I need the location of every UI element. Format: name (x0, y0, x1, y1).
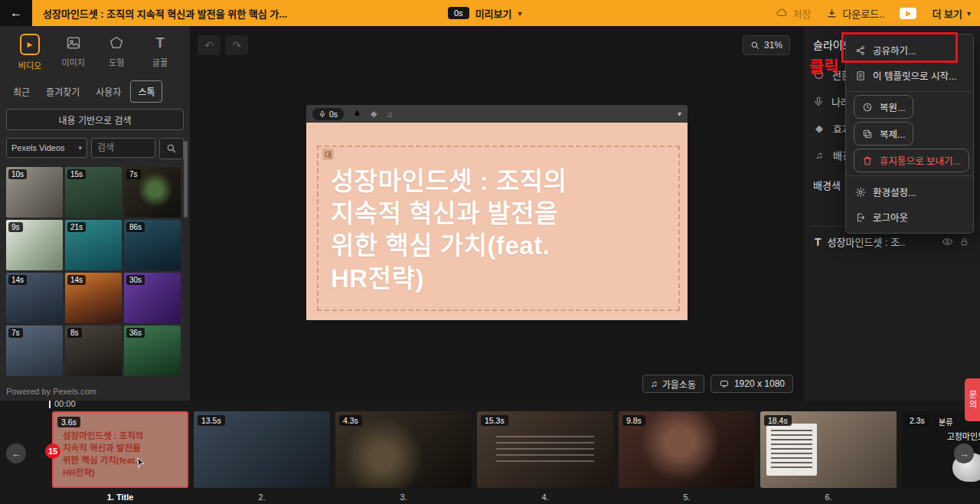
more-menu-button[interactable]: 더 보기 ▾ (932, 6, 971, 21)
search-row: Pexels Videos ▾ (6, 138, 184, 159)
stock-video-thumbnail[interactable]: 14s (6, 273, 63, 323)
slide-canvas[interactable]: 대 성장마인드셋 : 조직의 지속적 혁신과 발전을 위한 핵심 가치(feat… (306, 123, 688, 320)
stock-video-thumbnail[interactable]: 86s (124, 220, 181, 270)
menu-item-label: 이 템플릿으로 시작... (873, 68, 956, 83)
youtube-icon (900, 8, 916, 19)
menu-item-share[interactable]: 공유하기... (846, 38, 973, 63)
back-icon: ← (10, 6, 22, 20)
arrow-left-icon: ← (11, 448, 21, 460)
stock-video-thumbnail[interactable]: 15s (65, 167, 122, 218)
stock-video-thumbnail[interactable]: 21s (65, 220, 122, 270)
scrollbar[interactable] (184, 141, 188, 218)
slide-thumbnail[interactable]: 13.5s (194, 411, 330, 488)
eye-icon[interactable] (942, 236, 953, 247)
trash-icon (862, 155, 873, 166)
tab-stock[interactable]: 스톡 (130, 80, 162, 103)
slide-duration-badge: 18.4s (764, 415, 792, 426)
inquiry-tab[interactable]: 문의 (965, 378, 980, 421)
duration-badge: 14s (67, 275, 86, 285)
provider-select[interactable]: Pexels Videos ▾ (6, 138, 87, 158)
zoom-button[interactable]: 31% (743, 35, 790, 55)
undo-button[interactable]: ↶ (198, 35, 220, 55)
tab-user[interactable]: 사용자 (89, 81, 128, 102)
search-input[interactable] (91, 138, 155, 158)
stock-video-thumbnail[interactable]: 36s (124, 326, 181, 376)
slide-title-text[interactable]: 성장마인드셋 : 조직의 지속적 혁신과 발전을 위한 핵심 가치(feat. … (331, 165, 671, 295)
record-time-pill[interactable]: 0s (312, 108, 344, 120)
slide-thumbnail[interactable]: 18.4s (760, 411, 897, 488)
stock-video-thumbnail[interactable]: 30s (124, 273, 181, 323)
provider-select-value: Pexels Videos (11, 143, 65, 152)
back-button[interactable]: ← (0, 0, 32, 26)
slide-label: 4. (477, 493, 613, 502)
menu-item-start-from-template[interactable]: 이 템플릿으로 시작... (846, 63, 973, 88)
tab-video[interactable]: ▶ 비디오 (12, 34, 47, 71)
music-note-icon[interactable]: ♫ (387, 110, 393, 119)
stock-video-thumbnail[interactable]: 14s (65, 273, 122, 323)
topbar: ← 성장마인드셋 : 조직의 지속적 혁신과 발전을 위한 핵심 가... 0s… (0, 0, 980, 26)
tab-image[interactable]: 이미지 (56, 34, 91, 71)
slide-thumbnail[interactable]: 15.3s (477, 411, 613, 488)
chevron-down-icon[interactable]: ▾ (678, 110, 681, 118)
menu-item-duplicate[interactable]: 복제... (854, 122, 913, 146)
app-window: ← 성장마인드셋 : 조직의 지속적 혁신과 발전을 위한 핵심 가... 0s… (0, 0, 980, 504)
slide-duration-badge: 9.8s (622, 415, 645, 426)
slide-label: 6. (760, 493, 897, 502)
stock-video-thumbnail[interactable]: 8s (65, 326, 122, 376)
menu-item-settings[interactable]: 환경설정... (846, 179, 973, 205)
search-button[interactable] (159, 138, 184, 159)
more-label: 더 보기 (932, 6, 962, 21)
slide-thumbnail[interactable]: 9.8s (619, 411, 755, 488)
youtube-button[interactable] (900, 8, 916, 19)
background-music-button[interactable]: ♫ 가을소동 (642, 375, 704, 393)
resolution-button[interactable]: 1920 x 1080 (710, 375, 793, 393)
menu-item-logout[interactable]: 로그아웃 (846, 205, 973, 230)
content-based-search-button[interactable]: 내용 기반으로 검색 (6, 109, 184, 130)
duration-badge: 8s (67, 328, 82, 338)
menu-item-move-to-trash[interactable]: 휴지통으로 보내기... (854, 149, 969, 172)
timeline-slide-4[interactable]: 15.3s 4. (477, 411, 613, 502)
timeline-slide-6[interactable]: 18.4s 6. (760, 411, 897, 502)
slide-thumbnail[interactable]: 3.6s 성장마인드셋 : 조직의 지속적 혁신과 발전을 위한 핵심 가치(f… (52, 411, 188, 488)
slide-caption: 고정마인드셋 (902, 430, 980, 442)
timeline-slide-2[interactable]: 13.5s 2. (194, 411, 330, 502)
slide-thumbnail[interactable]: 4.3s (335, 411, 472, 488)
tab-text[interactable]: T 글꼴 (142, 34, 178, 71)
menu-item-restore[interactable]: 복원... (854, 95, 913, 119)
chevron-down-icon[interactable]: ▾ (518, 9, 521, 18)
mic-icon[interactable] (353, 109, 361, 119)
slide-label: 3. (335, 493, 472, 502)
stock-video-thumbnail[interactable]: 7s (6, 326, 63, 376)
tab-favorites[interactable]: 즐겨찾기 (39, 81, 87, 102)
stock-video-thumbnail[interactable]: 9s (6, 220, 63, 270)
stock-video-thumbnail[interactable]: 10s (6, 167, 63, 218)
redo-button[interactable]: ↷ (225, 35, 248, 55)
download-button[interactable]: 다운로드.. (826, 6, 884, 21)
timeline-prev-button[interactable]: ← (6, 443, 26, 463)
slide-duration-badge: 2.3s (906, 415, 929, 426)
timeline-slide-5[interactable]: 9.8s 5. (619, 411, 755, 502)
video-icon: ▶ (20, 34, 40, 55)
playhead-marker[interactable] (49, 401, 51, 408)
stock-video-thumbnail[interactable]: 7s (124, 167, 181, 218)
slide-duration-badge: 13.5s (198, 415, 225, 426)
music-note-icon: ♫ (651, 378, 658, 389)
timeline-slide-1[interactable]: 15 3.6s 성장마인드셋 : 조직의 지속적 혁신과 발전을 위한 핵심 가… (52, 411, 188, 502)
timeline-slide-3[interactable]: 4.3s 3. (335, 411, 472, 502)
record-time: 0s (329, 110, 338, 119)
resolution-value: 1920 x 1080 (734, 378, 785, 389)
preview-group[interactable]: 0s 미리보기 ▾ (448, 0, 522, 26)
tab-shape[interactable]: 도형 (99, 34, 134, 71)
mic-icon (813, 96, 824, 107)
timeline-next-button[interactable]: → (954, 443, 974, 463)
tab-recent[interactable]: 최근 (6, 81, 37, 102)
duration-badge: 7s (8, 328, 23, 338)
monitor-icon (719, 379, 730, 388)
playhead-time: 00:00 (54, 401, 76, 408)
tab-shape-label: 도형 (109, 56, 124, 68)
effect-diamond-icon[interactable]: ◆ (371, 109, 377, 119)
save-button[interactable]: 저장 (776, 6, 811, 21)
redo-icon: ↷ (232, 39, 241, 51)
undo-icon: ↶ (204, 39, 214, 51)
lock-icon[interactable] (959, 236, 969, 247)
